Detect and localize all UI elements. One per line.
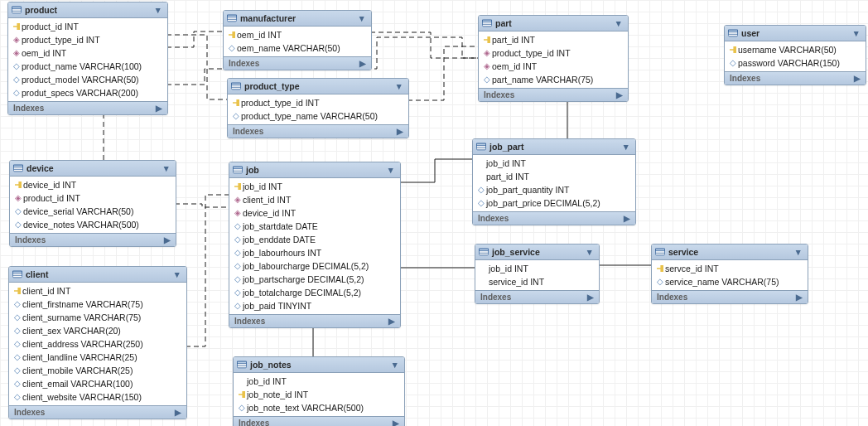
entity-header[interactable]: device▼	[10, 161, 176, 177]
expand-icon[interactable]: ▶	[616, 90, 623, 99]
entity-client[interactable]: client▼client_id INT◇client_firstname VA…	[8, 266, 187, 419]
column-row[interactable]: ◇oem_name VARCHAR(50)	[224, 41, 371, 55]
entity-header[interactable]: job_notes▼	[234, 357, 404, 373]
column-row[interactable]: ◈oem_id INT	[479, 60, 628, 73]
column-row[interactable]: ◇device_serial VARCHAR(50)	[10, 205, 176, 218]
erd-canvas[interactable]: product▼product_id INT◈product_type_id I…	[0, 0, 868, 426]
collapse-icon[interactable]: ▼	[386, 360, 399, 370]
column-row[interactable]: job_note_id INT	[234, 388, 404, 401]
expand-icon[interactable]: ▶	[156, 104, 162, 113]
column-row[interactable]: ◇client_website VARCHAR(150)	[9, 390, 186, 404]
column-row[interactable]: ◇client_mobile VARCHAR(25)	[9, 364, 186, 377]
column-row[interactable]: servce_id INT	[652, 262, 808, 275]
column-row[interactable]: ◇service_name VARCHAR(75)	[652, 275, 808, 288]
column-row[interactable]: ◇client_surname VARCHAR(75)	[9, 311, 186, 324]
collapse-icon[interactable]: ▼	[353, 13, 366, 23]
column-row[interactable]: ◇job_labourhours INT	[229, 246, 400, 259]
collapse-icon[interactable]: ▼	[610, 18, 623, 28]
column-row[interactable]: ◈oem_id INT	[8, 46, 167, 60]
entity-job[interactable]: job▼job_id INT◈client_id INT◈device_id I…	[229, 162, 401, 328]
indexes-footer[interactable]: Indexes▶	[652, 290, 808, 303]
column-row[interactable]: ◈product_id INT	[10, 191, 176, 205]
indexes-footer[interactable]: Indexes▶	[8, 101, 167, 114]
entity-header[interactable]: part▼	[479, 16, 628, 31]
indexes-footer[interactable]: Indexes▶	[228, 124, 408, 138]
column-row[interactable]: ◇part_name VARCHAR(75)	[479, 73, 628, 86]
column-row[interactable]: ◇produt_specs VARCHAR(200)	[8, 86, 167, 99]
column-row[interactable]: device_id INT	[10, 178, 176, 191]
entity-product_type[interactable]: product_type▼product_type_id INT◇product…	[227, 78, 409, 138]
collapse-icon[interactable]: ▼	[789, 247, 803, 257]
entity-user[interactable]: user▼username VARCHAR(50)◇password VARCH…	[724, 25, 866, 85]
entity-header[interactable]: service▼	[652, 244, 808, 260]
entity-header[interactable]: job_service▼	[475, 244, 599, 260]
indexes-footer[interactable]: Indexes▶	[229, 314, 400, 327]
entity-header[interactable]: user▼	[725, 26, 866, 41]
column-row[interactable]: ◇job_startdate DATE	[229, 220, 400, 233]
column-row[interactable]: ◈device_id INT	[229, 206, 400, 220]
indexes-footer[interactable]: Indexes▶	[479, 88, 628, 101]
column-row[interactable]: ◇password VARCHAR(150)	[725, 56, 866, 70]
column-row[interactable]: ◇job_part_quantity INT	[473, 183, 635, 196]
column-row[interactable]: ◇client_landline VARCHAR(25)	[9, 351, 186, 364]
column-row[interactable]: ◇job_id INT	[473, 157, 635, 170]
expand-icon[interactable]: ▶	[587, 293, 594, 302]
entity-part[interactable]: part▼part_id INT◈product_type_id INT◈oem…	[478, 15, 629, 102]
expand-icon[interactable]: ▶	[397, 127, 403, 136]
column-row[interactable]: ◇job_labourcharge DECIMAL(5,2)	[229, 259, 400, 273]
column-row[interactable]: job_id INT	[229, 180, 400, 193]
collapse-icon[interactable]: ▼	[157, 163, 171, 173]
entity-job_service[interactable]: job_service▼◇job_id INT◇service_id INTIn…	[475, 244, 600, 304]
entity-product[interactable]: product▼product_id INT◈product_type_id I…	[7, 2, 168, 115]
column-row[interactable]: oem_id INT	[224, 28, 371, 41]
column-row[interactable]: ◇product_type_name VARCHAR(50)	[228, 109, 408, 123]
entity-service[interactable]: service▼servce_id INT◇service_name VARCH…	[651, 244, 808, 304]
indexes-footer[interactable]: Indexes▶	[725, 71, 866, 85]
collapse-icon[interactable]: ▼	[168, 269, 181, 279]
expand-icon[interactable]: ▶	[359, 59, 366, 68]
indexes-footer[interactable]: Indexes▶	[234, 416, 404, 426]
column-row[interactable]: ◈client_id INT	[229, 193, 400, 206]
column-row[interactable]: product_id INT	[8, 20, 167, 33]
column-row[interactable]: ◇client_email VARCHAR(100)	[9, 377, 186, 390]
column-row[interactable]: ◇job_totalcharge DECIMAL(5,2)	[229, 286, 400, 299]
column-row[interactable]: ◇client_firstname VARCHAR(75)	[9, 298, 186, 311]
collapse-icon[interactable]: ▼	[149, 5, 162, 15]
column-row[interactable]: ◇client_sex VARCHAR(20)	[9, 324, 186, 337]
column-row[interactable]: ◇device_notes VARCHAR(500)	[10, 218, 176, 231]
collapse-icon[interactable]: ▼	[581, 247, 594, 257]
indexes-footer[interactable]: Indexes▶	[224, 56, 371, 70]
collapse-icon[interactable]: ▼	[382, 165, 395, 175]
entity-header[interactable]: job▼	[229, 162, 400, 178]
entity-job_part[interactable]: job_part▼◇job_id INT◇part_id INT◇job_par…	[472, 138, 636, 225]
column-row[interactable]: ◇job_partscharge DECIMAL(5,2)	[229, 273, 400, 286]
entity-header[interactable]: product_type▼	[228, 79, 408, 94]
indexes-footer[interactable]: Indexes▶	[10, 233, 176, 246]
column-row[interactable]: part_id INT	[479, 33, 628, 46]
column-row[interactable]: ◇product_name VARCHAR(100)	[8, 60, 167, 73]
column-row[interactable]: product_type_id INT	[228, 96, 408, 109]
indexes-footer[interactable]: Indexes▶	[475, 290, 599, 303]
collapse-icon[interactable]: ▼	[847, 28, 861, 38]
collapse-icon[interactable]: ▼	[390, 81, 403, 91]
expand-icon[interactable]: ▶	[624, 214, 630, 223]
entity-header[interactable]: job_part▼	[473, 139, 635, 155]
column-row[interactable]: username VARCHAR(50)	[725, 43, 866, 56]
column-row[interactable]: ◇product_model VARCHAR(50)	[8, 73, 167, 86]
expand-icon[interactable]: ▶	[393, 419, 399, 426]
entity-device[interactable]: device▼device_id INT◈product_id INT◇devi…	[9, 160, 176, 247]
column-row[interactable]: ◈product_type_id INT	[8, 33, 167, 46]
expand-icon[interactable]: ▶	[175, 408, 181, 417]
column-row[interactable]: client_id INT	[9, 284, 186, 298]
indexes-footer[interactable]: Indexes▶	[473, 211, 635, 225]
entity-header[interactable]: manufacturer▼	[224, 11, 371, 27]
collapse-icon[interactable]: ▼	[617, 142, 630, 152]
indexes-footer[interactable]: Indexes▶	[9, 405, 186, 419]
expand-icon[interactable]: ▶	[164, 235, 171, 244]
entity-header[interactable]: product▼	[8, 2, 167, 18]
column-row[interactable]: ◈product_type_id INT	[479, 46, 628, 60]
column-row[interactable]: ◇client_address VARCHAR(250)	[9, 337, 186, 351]
entity-manufacturer[interactable]: manufacturer▼oem_id INT◇oem_name VARCHAR…	[223, 10, 372, 70]
column-row[interactable]: ◇job_part_price DECIMAL(5,2)	[473, 196, 635, 210]
expand-icon[interactable]: ▶	[388, 317, 395, 326]
